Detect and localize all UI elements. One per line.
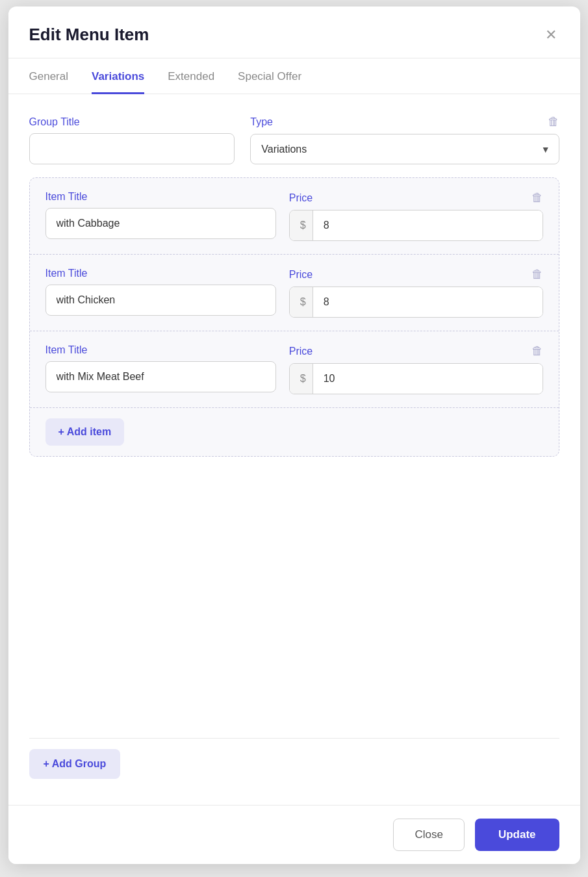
group-header-row: Group Title Type 🗑 Variations Options Ex… [29, 115, 559, 164]
item-delete-icon-3[interactable]: 🗑 [531, 344, 543, 358]
add-group-button[interactable]: + Add Group [29, 749, 121, 779]
edit-menu-item-modal: Edit Menu Item ✕ General Variations Exte… [8, 6, 580, 864]
price-label-3: Price [289, 346, 313, 357]
modal-title: Edit Menu Item [29, 25, 149, 45]
tab-general[interactable]: General [29, 58, 68, 94]
item-title-label-2: Item Title [45, 268, 276, 279]
price-header-1: Price 🗑 [289, 191, 543, 205]
price-header-2: Price 🗑 [289, 268, 543, 281]
item-title-label-3: Item Title [45, 344, 276, 356]
price-label-2: Price [289, 269, 313, 281]
variation-item: Item Title Price 🗑 $ [30, 178, 559, 255]
variation-item: Item Title Price 🗑 $ [30, 255, 559, 331]
modal-footer: Close Update [8, 805, 580, 864]
item-price-col: Price 🗑 $ [289, 268, 543, 318]
price-input-row-1: $ [289, 210, 543, 241]
tab-special-offer[interactable]: Special Offer [238, 58, 301, 94]
group-title-input[interactable] [29, 133, 235, 164]
price-input-row-2: $ [289, 286, 543, 318]
variation-item-fields: Item Title Price 🗑 $ [45, 268, 543, 318]
update-button[interactable]: Update [475, 819, 559, 851]
tab-variations[interactable]: Variations [92, 58, 144, 94]
modal-close-button[interactable]: ✕ [543, 25, 559, 45]
price-input-row-3: $ [289, 363, 543, 394]
modal-header: Edit Menu Item ✕ [8, 6, 580, 58]
variation-group: Item Title Price 🗑 $ [29, 177, 559, 457]
variation-item: Item Title Price 🗑 $ [30, 331, 559, 408]
type-field-header: Type 🗑 [250, 115, 559, 129]
add-item-button[interactable]: + Add item [45, 418, 125, 446]
type-select-wrapper: Variations Options Extras ▼ [250, 134, 559, 164]
item-title-col: Item Title [45, 191, 276, 239]
price-input-3[interactable] [313, 364, 543, 394]
dollar-sign-1: $ [290, 210, 313, 240]
type-select[interactable]: Variations Options Extras [250, 134, 559, 164]
item-title-col: Item Title [45, 268, 276, 316]
item-title-input-2[interactable] [45, 285, 276, 316]
price-header-3: Price 🗑 [289, 344, 543, 358]
tab-extended[interactable]: Extended [168, 58, 214, 94]
spacer [29, 470, 559, 725]
item-title-label-1: Item Title [45, 191, 276, 203]
type-field: Type 🗑 Variations Options Extras ▼ [250, 115, 559, 164]
dollar-sign-3: $ [290, 364, 313, 394]
variation-item-fields: Item Title Price 🗑 $ [45, 344, 543, 394]
price-input-1[interactable] [313, 210, 543, 240]
item-title-col: Item Title [45, 344, 276, 392]
item-delete-icon-1[interactable]: 🗑 [531, 191, 543, 205]
item-price-col: Price 🗑 $ [289, 191, 543, 241]
item-price-col: Price 🗑 $ [289, 344, 543, 394]
variation-item-fields: Item Title Price 🗑 $ [45, 191, 543, 241]
dollar-sign-2: $ [290, 287, 313, 317]
group-title-label: Group Title [29, 116, 235, 128]
item-delete-icon-2[interactable]: 🗑 [531, 268, 543, 281]
type-delete-icon[interactable]: 🗑 [548, 115, 559, 129]
tab-bar: General Variations Extended Special Offe… [8, 58, 580, 94]
type-label: Type [250, 116, 273, 128]
item-title-input-1[interactable] [45, 208, 276, 239]
add-group-section: + Add Group [29, 738, 559, 789]
group-title-field: Group Title [29, 116, 235, 164]
price-label-1: Price [289, 192, 313, 204]
close-button[interactable]: Close [393, 819, 464, 851]
price-input-2[interactable] [313, 287, 543, 317]
modal-body: Group Title Type 🗑 Variations Options Ex… [8, 94, 580, 805]
item-title-input-3[interactable] [45, 361, 276, 392]
